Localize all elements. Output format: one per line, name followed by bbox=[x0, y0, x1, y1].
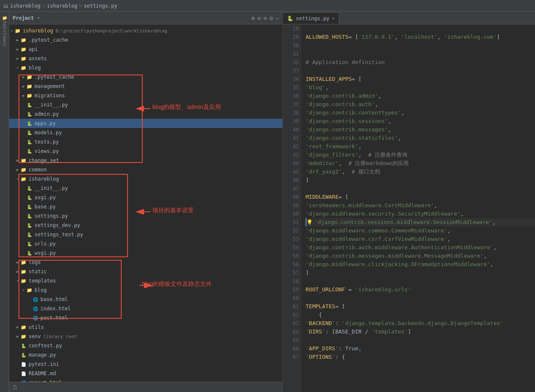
code-line-49[interactable]: 'corsheaders.middleware.CorsMiddleware', bbox=[306, 201, 535, 210]
tree-item-templates[interactable]: ▾📁templates bbox=[9, 276, 282, 285]
code-line-67[interactable]: 'OPTIONS': { bbox=[306, 353, 535, 361]
code-line-63[interactable]: 'BACKEND': 'django.template.backends.dja… bbox=[306, 319, 535, 328]
code-line-60[interactable] bbox=[306, 294, 535, 302]
collapse-icon[interactable]: ≡ bbox=[257, 15, 261, 21]
tree-item-venv[interactable]: ▶📁venvlibrary root bbox=[9, 332, 282, 341]
code-line-58[interactable] bbox=[306, 277, 535, 285]
code-line-39[interactable]: 'django.contrib.sessions', bbox=[306, 117, 535, 125]
tree-item-asgi_ish[interactable]: 🐍asgi.py bbox=[9, 193, 282, 202]
tree-item-settings_ish[interactable]: 🐍settings.py bbox=[9, 211, 282, 221]
expand-icon[interactable]: ≡ bbox=[264, 15, 267, 21]
tree-item-pytest_ini[interactable]: 📄pytest.ini bbox=[9, 360, 282, 369]
tree-item-base_ish[interactable]: 🐍base.py bbox=[9, 202, 282, 211]
code-line-42[interactable]: 'rest_framework', bbox=[306, 142, 535, 151]
code-line-47[interactable] bbox=[306, 184, 535, 193]
code-line-61[interactable]: TEMPLATES = [ bbox=[306, 302, 535, 311]
code-line-32[interactable]: # Application definition bbox=[306, 58, 535, 67]
code-line-34[interactable]: INSTALLED_APPS = [ bbox=[306, 75, 535, 83]
tree-item-index_html[interactable]: 🌐index.html bbox=[9, 304, 282, 313]
code-line-30[interactable] bbox=[306, 41, 535, 50]
tree-item-blog[interactable]: ▾📁blog bbox=[9, 63, 282, 72]
code-line-28[interactable] bbox=[306, 24, 535, 33]
sidebar-icon-project[interactable]: 📁 bbox=[0, 13, 9, 22]
tree-item-admin_blog[interactable]: 🐍admin.py bbox=[9, 109, 282, 119]
tree-item-blog_tmpl[interactable]: ▾📁blog bbox=[9, 285, 282, 295]
tree-item-report_html[interactable]: 🌐report.html bbox=[9, 378, 282, 382]
panel-title: Project bbox=[13, 15, 34, 21]
code-line-38[interactable]: 'django.contrib.contenttypes', bbox=[306, 109, 535, 117]
code-line-41[interactable]: 'django.contrib.staticfiles', bbox=[306, 134, 535, 142]
tree-item-base_html[interactable]: 🌐base.html bbox=[9, 295, 282, 304]
sidebar-icon-commit[interactable]: Commit bbox=[0, 35, 9, 44]
tree-item-api[interactable]: ▶📁api bbox=[9, 45, 282, 54]
tree-item-manage[interactable]: 🐍manage.py bbox=[9, 350, 282, 360]
settings-icon[interactable]: ⚙ bbox=[269, 15, 273, 21]
tree-item-assets[interactable]: ▶📁assets bbox=[9, 54, 282, 63]
py-icon-asgi_ish: 🐍 bbox=[26, 194, 33, 201]
tree-item-common[interactable]: ▶📁common bbox=[9, 165, 282, 174]
tree-item-static[interactable]: ▶📁static bbox=[9, 267, 282, 276]
tree-item-pytest_cache_blog[interactable]: ▶📁.pytest_cache bbox=[9, 72, 282, 82]
tree-item-pytest_cache_root[interactable]: ▶📁.pytest_cache bbox=[9, 35, 282, 45]
code-line-48[interactable]: MIDDLEWARE = [ bbox=[306, 193, 535, 201]
tree-item-migrations[interactable]: ▶📁migrations bbox=[9, 91, 282, 100]
tree-item-logs[interactable]: ▶📁logs bbox=[9, 258, 282, 267]
tree-item-tests_blog[interactable]: 🐍tests.py bbox=[9, 137, 282, 147]
code-line-59[interactable]: ROOT_URLCONF = 'ishareblog.urls' bbox=[306, 285, 535, 294]
breadcrumb-part2[interactable]: ishareblog bbox=[47, 3, 77, 9]
file-tree[interactable]: ▾📁ishareblogD:\project\pythonproject\wor… bbox=[9, 24, 282, 382]
code-line-44[interactable]: 'mdeditor', # 注册markdown的应用 bbox=[306, 159, 535, 168]
code-line-64[interactable]: 'DIRS': [BASE_DIR / 'templates'] bbox=[306, 328, 535, 336]
code-line-36[interactable]: 'django.contrib.admin', bbox=[306, 92, 535, 100]
code-line-66[interactable]: 'APP_DIRS': True, bbox=[306, 344, 535, 353]
tree-item-apps_blog[interactable]: 🐍apps.py bbox=[9, 119, 282, 128]
tab-close-button[interactable]: ✕ bbox=[332, 16, 335, 21]
code-line-46[interactable]: ] bbox=[306, 176, 535, 184]
code-line-57[interactable]: ] bbox=[306, 269, 535, 277]
tree-item-views_blog[interactable]: 🐍views.py bbox=[9, 147, 282, 156]
code-line-43[interactable]: 'django_filters', # 注册条件查询 bbox=[306, 151, 535, 159]
tree-item-init_blog[interactable]: 🐍__init__.py bbox=[9, 100, 282, 109]
tree-item-ishareblog[interactable]: ▾📁ishareblog bbox=[9, 174, 282, 184]
code-line-31[interactable] bbox=[306, 50, 535, 58]
scratches-bar[interactable]: 🗒 bbox=[9, 382, 282, 392]
code-line-56[interactable]: 'django.middleware.clickjacking.XFrameOp… bbox=[306, 260, 535, 269]
tree-item-conftest[interactable]: 🐍conftest.py bbox=[9, 341, 282, 350]
tree-item-wsgi_ish[interactable]: 🐍wsgi.py bbox=[9, 248, 282, 258]
code-line-54[interactable]: 'django.contrib.auth.middleware.Authenti… bbox=[306, 243, 535, 252]
tree-item-urls_ish[interactable]: 🐍urls.py bbox=[9, 239, 282, 248]
panel-dropdown-arrow[interactable]: ▾ bbox=[37, 15, 40, 21]
tree-item-init_ish[interactable]: 🐍__init__.py bbox=[9, 184, 282, 193]
code-line-55[interactable]: 'django.contrib.messages.middleware.Mess… bbox=[306, 252, 535, 260]
tree-item-management[interactable]: ▶📁management bbox=[9, 82, 282, 91]
sidebar-icon-redis[interactable]: Redis bbox=[0, 23, 9, 31]
code-line-40[interactable]: 'django.contrib.messages', bbox=[306, 125, 535, 134]
close-icon[interactable]: — bbox=[276, 15, 279, 21]
tree-item-readme[interactable]: 📄README.md bbox=[9, 369, 282, 378]
code-line-50[interactable]: 'django.middleware.security.SecurityMidd… bbox=[306, 210, 535, 218]
editor-tab-settings[interactable]: 🐍 settings.py ✕ bbox=[283, 12, 339, 24]
code-line-29[interactable]: ALLOWED_HOSTS = ['127.0.0.1', 'localhost… bbox=[306, 33, 535, 41]
code-line-35[interactable]: 'blog', bbox=[306, 83, 535, 92]
code-line-33[interactable] bbox=[306, 67, 535, 75]
tree-hint-venv: library root bbox=[43, 334, 77, 339]
code-line-51[interactable]: 💡 'django.contrib.sessions.middleware.Se… bbox=[306, 218, 535, 227]
breadcrumb-part3[interactable]: settings.py bbox=[84, 3, 117, 9]
tree-item-root[interactable]: ▾📁ishareblogD:\project\pythonproject\wor… bbox=[9, 26, 282, 35]
tree-item-models_blog[interactable]: 🐍models.py bbox=[9, 128, 282, 137]
code-line-65[interactable] bbox=[306, 336, 535, 344]
code-line-62[interactable]: { bbox=[306, 311, 535, 319]
code-line-53[interactable]: 'django.middleware.csrf.CsrfViewMiddlewa… bbox=[306, 235, 535, 243]
tree-item-utils[interactable]: ▶📁utils bbox=[9, 323, 282, 332]
tree-item-post_html[interactable]: 🌐post.html bbox=[9, 313, 282, 323]
tree-item-change_set[interactable]: ▶📁change_set bbox=[9, 156, 282, 165]
code-line-52[interactable]: 'django.middleware.common.CommonMiddlewa… bbox=[306, 227, 535, 235]
code-line-45[interactable]: 'drf_yasg2', # 接口文档 bbox=[306, 168, 535, 176]
breadcrumb-part1[interactable]: ishareblog bbox=[10, 3, 40, 9]
code-area[interactable]: ALLOWED_HOSTS = ['127.0.0.1', 'localhost… bbox=[301, 24, 535, 392]
code-line-37[interactable]: 'django.contrib.auth', bbox=[306, 100, 535, 109]
tree-item-settings_dev[interactable]: 🐍settings_dev.py bbox=[9, 221, 282, 230]
tree-item-settings_test[interactable]: 🐍settings_test.py bbox=[9, 230, 282, 239]
tree-label-base_html: base.html bbox=[40, 296, 68, 302]
locate-icon[interactable]: ⊕ bbox=[251, 15, 255, 21]
